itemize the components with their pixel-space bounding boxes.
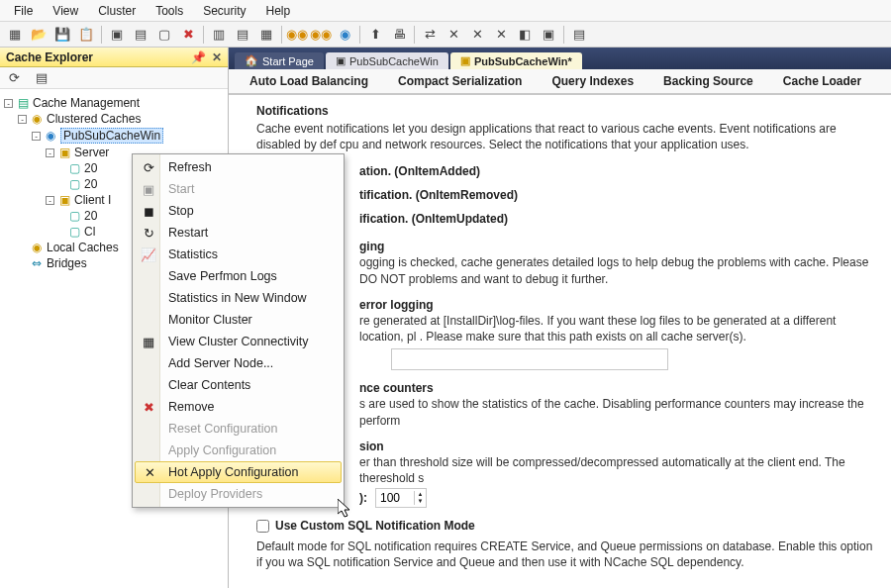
tab-label: PubSubCacheWin	[349, 55, 439, 67]
node-icon: ▢	[67, 161, 81, 175]
tb-cluster3-icon[interactable]: ◉	[334, 25, 355, 45]
tb-build-icon[interactable]: ▣	[106, 25, 128, 45]
notifications-section: Notifications Cache event notifications …	[256, 103, 881, 153]
sqlnotif-section: Use Custom SQL Notification Mode Default…	[256, 518, 881, 570]
tb-open-icon[interactable]: 📂	[28, 25, 50, 45]
toolbar-separator	[359, 26, 360, 44]
tb-cluster1-icon[interactable]: ◉◉	[286, 25, 308, 45]
expand-icon[interactable]: -	[32, 132, 41, 141]
expand-icon[interactable]: -	[18, 115, 27, 124]
tb-box-icon[interactable]: ▢	[153, 25, 175, 45]
menu-item-icon: ◼	[139, 204, 158, 219]
context-menu-item[interactable]: ✕Hot Apply Configuration	[135, 461, 342, 483]
tb-delete-icon[interactable]: ✖	[177, 25, 199, 45]
menu-file[interactable]: File	[4, 2, 43, 20]
tb-list-icon[interactable]: ▤	[232, 25, 253, 45]
node-icon: ▢	[67, 225, 81, 239]
config-tab-backing[interactable]: Backing Source	[648, 68, 768, 93]
tree-cache-node[interactable]: - ◉ PubSubCacheWin	[4, 127, 224, 145]
tb-tree-icon[interactable]: ▦	[255, 25, 277, 45]
tree-label: 20	[84, 209, 97, 223]
menu-item-label: Save Perfmon Logs	[168, 269, 277, 283]
context-menu-item[interactable]: ⟳Refresh	[135, 156, 342, 178]
tree-clustered[interactable]: - ◉ Clustered Caches	[4, 111, 224, 127]
tab-label: PubSubCacheWin*	[474, 55, 572, 67]
tree-root[interactable]: - ▤ Cache Management	[4, 95, 224, 111]
tab-pubsub1[interactable]: ▣PubSubCacheWin	[326, 52, 448, 69]
tb-new-icon[interactable]: ▦	[4, 25, 26, 45]
tb-tool4-icon[interactable]: ◧	[514, 25, 536, 45]
tb-tool5-icon[interactable]: ▣	[538, 25, 559, 45]
config-tab-alb[interactable]: Auto Load Balancing	[235, 68, 383, 93]
config-tab-datashar[interactable]: Data Shar	[876, 68, 891, 93]
compression-section: sion er than threshold size will be comp…	[256, 439, 881, 509]
context-menu-item[interactable]: Save Perfmon Logs	[135, 265, 342, 287]
pin-icon[interactable]: 📌	[191, 50, 206, 64]
tb-add-icon[interactable]: ▤	[130, 25, 151, 45]
menu-help[interactable]: Help	[256, 2, 301, 20]
config-tab-compact[interactable]: Compact Serialization	[383, 68, 537, 93]
context-menu-item[interactable]: Monitor Cluster	[135, 309, 342, 331]
config-tab-query[interactable]: Query Indexes	[537, 68, 648, 93]
menu-security[interactable]: Security	[193, 2, 255, 20]
expand-icon[interactable]: -	[46, 196, 54, 205]
context-menu-item[interactable]: Clear Contents	[135, 374, 342, 396]
database-icon: ▤	[16, 96, 30, 110]
config-tab-loader[interactable]: Cache Loader	[768, 68, 876, 93]
spin-up-icon[interactable]: ▲	[415, 491, 426, 498]
tb-print-icon[interactable]: 🖶	[388, 25, 410, 45]
sb-refresh-icon[interactable]: ⟳	[3, 68, 25, 88]
tree-label: 20	[84, 177, 97, 191]
menu-view[interactable]: View	[43, 2, 88, 20]
tb-tool3-icon[interactable]: ✕	[490, 25, 512, 45]
tree-label: 20	[84, 161, 97, 175]
tree-label: Bridges	[47, 256, 87, 270]
menu-tools[interactable]: Tools	[146, 2, 193, 20]
spin-down-icon[interactable]: ▼	[415, 498, 426, 505]
document-tabs: 🏠Start Page ▣PubSubCacheWin ▣PubSubCache…	[229, 48, 891, 69]
cluster-icon: ◉	[30, 112, 44, 126]
section-desc: er than threshold size will be compresse…	[256, 454, 881, 486]
context-menu-item[interactable]: 📈Statistics	[135, 244, 342, 265]
context-menu-item: Deploy Providers	[135, 483, 342, 505]
context-menu-item[interactable]: ▦View Cluster Connectivity	[135, 331, 342, 352]
tab-start-page[interactable]: 🏠Start Page	[235, 52, 324, 69]
notif-line: tification. (OnItemRemoved)	[256, 187, 881, 203]
toolbar-separator	[414, 26, 415, 44]
notif-line: ification. (OnItemUpdated)	[256, 211, 881, 227]
context-menu-item[interactable]: Statistics in New Window	[135, 287, 342, 309]
menu-item-label: Restart	[168, 226, 208, 240]
expand-icon[interactable]: -	[4, 99, 13, 108]
toolbar-separator	[101, 26, 102, 44]
context-menu-item[interactable]: ◼Stop	[135, 200, 342, 222]
tb-arrows-icon[interactable]: ⇄	[419, 25, 441, 45]
tb-cluster2-icon[interactable]: ◉◉	[310, 25, 332, 45]
tb-tool2-icon[interactable]: ✕	[466, 25, 488, 45]
threshold-spinner[interactable]: ▲▼	[375, 488, 427, 508]
context-menu-item[interactable]: Add Server Node...	[135, 352, 342, 374]
close-icon[interactable]: ✕	[212, 50, 222, 64]
tb-paste-icon[interactable]: 📋	[75, 25, 97, 45]
tb-deploy-icon[interactable]: ⬆	[364, 25, 386, 45]
tree-label: Local Caches	[47, 241, 119, 254]
section-desc: Default mode for SQL notification requir…	[256, 539, 881, 570]
notif-line: ation. (OnItemAdded)	[256, 163, 881, 179]
sqlnotif-checkbox-label[interactable]: Use Custom SQL Notification Mode	[256, 518, 475, 534]
expand-icon[interactable]: -	[46, 148, 54, 157]
tree-label: Cache Management	[33, 96, 140, 110]
sqlnotif-checkbox[interactable]	[256, 520, 269, 533]
tb-monitor-icon[interactable]: ▤	[568, 25, 590, 45]
tb-view-icon[interactable]: ▥	[208, 25, 230, 45]
sb-tree-icon[interactable]: ▤	[31, 68, 52, 88]
cache-icon: ◉	[44, 129, 57, 143]
config-icon: ▣	[460, 54, 470, 67]
menu-cluster[interactable]: Cluster	[88, 2, 146, 20]
tb-tool1-icon[interactable]: ✕	[443, 25, 464, 45]
threshold-input[interactable]	[376, 489, 414, 507]
logpath-input[interactable]	[391, 348, 668, 370]
context-menu-item[interactable]: ✖Remove	[135, 396, 342, 418]
tab-pubsub2-active[interactable]: ▣PubSubCacheWin*	[450, 52, 582, 69]
debug-section: ging ogging is checked, cache generates …	[256, 239, 881, 287]
context-menu-item[interactable]: ↻Restart	[135, 222, 342, 244]
tb-save-icon[interactable]: 💾	[51, 25, 73, 45]
